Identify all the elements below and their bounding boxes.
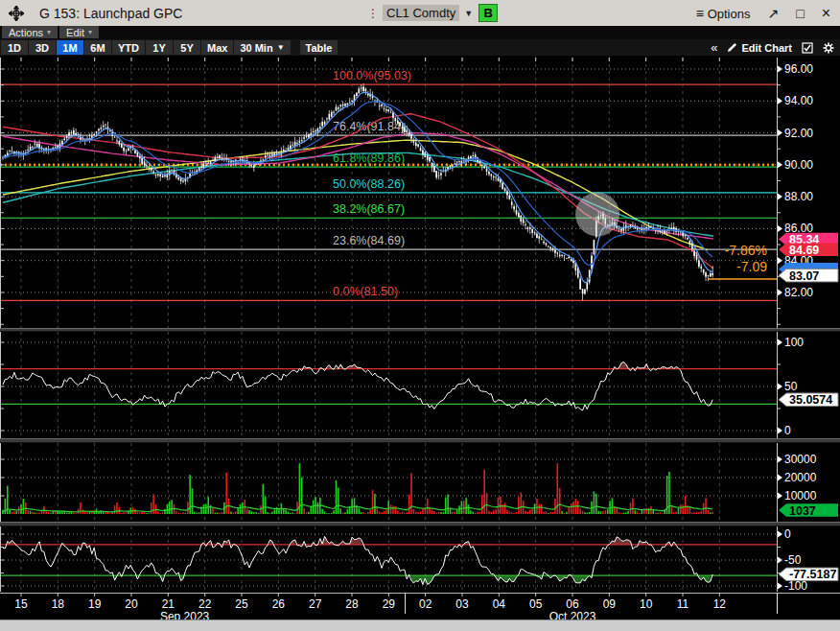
date-tick-label: 15	[14, 597, 28, 611]
date-tick-label: 09	[603, 597, 617, 611]
range-button-1d[interactable]: 1D	[1, 40, 28, 55]
date-tick-label: 05	[529, 597, 543, 611]
svg-text:76.4%(91.84): 76.4%(91.84)	[333, 120, 405, 133]
date-tick-label: 03	[455, 597, 469, 611]
date-tick-label: 22	[198, 597, 212, 611]
volume-panel	[2, 463, 713, 514]
svg-text:0.0%(81.50): 0.0%(81.50)	[333, 285, 398, 298]
price-axis-label: 96.00	[784, 62, 813, 76]
collapse-toolbar-button[interactable]: «	[711, 40, 717, 55]
price-axis-label: 88.00	[784, 190, 813, 203]
svg-text:1037: 1037	[789, 504, 816, 518]
svg-text:50.0%(88.26): 50.0%(88.26)	[333, 177, 405, 191]
hamburger-icon: ≡	[696, 6, 704, 21]
highlight-circle[interactable]	[575, 192, 619, 236]
price-axis-label: 94.00	[784, 94, 813, 107]
volume-axis-label: 10000	[784, 489, 817, 502]
date-tick-label: 11	[677, 597, 689, 611]
chevron-down-icon: ▼	[277, 43, 285, 52]
date-tick-label: 06	[566, 597, 579, 611]
date-tick-label: 02	[419, 597, 432, 611]
date-tick-label: 04	[493, 597, 506, 611]
chart-canvas[interactable]: 100.0%(95.03)76.4%(91.84)61.8%(89.86)50.…	[0, 56, 840, 619]
annotation-text[interactable]: -7.86%	[725, 243, 767, 258]
date-tick-label: 25	[235, 597, 248, 611]
annotate-icon[interactable]	[802, 42, 813, 54]
date-tick-label: 21	[162, 597, 175, 611]
interval-dropdown[interactable]: 30 Min▼	[234, 40, 290, 55]
table-button[interactable]: Table	[300, 40, 338, 55]
svg-text:23.6%(84.69): 23.6%(84.69)	[333, 234, 405, 247]
date-tick-label: 18	[52, 597, 65, 611]
pencil-icon	[727, 42, 737, 53]
range-button-1m[interactable]: 1M	[57, 40, 83, 55]
window-bottom-strip	[0, 619, 840, 631]
title-bar: G 153: Launchpad GPC ⋮ CL1 Comdty ▼ B ≡ …	[0, 0, 840, 26]
maximize-button[interactable]: □	[796, 6, 804, 21]
chart-toolbar: 1D3D1M6MYTD1Y5YMax 30 Min▼ Table « Edit …	[0, 39, 840, 56]
range-button-5y[interactable]: 5Y	[174, 40, 200, 55]
volume-axis-label: 20000	[784, 471, 817, 484]
annotation-text[interactable]: -7.09	[736, 259, 767, 274]
range-button-group: 1D3D1M6MYTD1Y5YMax	[0, 40, 233, 55]
menu-edit[interactable]: Edit▾	[59, 26, 99, 38]
svg-text:100.0%(95.03): 100.0%(95.03)	[333, 69, 411, 82]
date-tick-label: 12	[713, 597, 727, 611]
settings-gear-icon[interactable]	[823, 42, 834, 54]
range-button-3d[interactable]: 3D	[29, 40, 56, 55]
date-tick-label: 27	[309, 597, 322, 611]
launchpad-window: G 153: Launchpad GPC ⋮ CL1 Comdty ▼ B ≡ …	[0, 0, 840, 631]
rsi-axis-label: 50	[784, 380, 798, 393]
window-title: G 153: Launchpad GPC	[39, 6, 182, 21]
rsi-axis-label: 0	[784, 424, 791, 437]
svg-text:38.2%(86.67): 38.2%(86.67)	[333, 202, 405, 216]
svg-text:35.0574: 35.0574	[789, 393, 832, 407]
date-tick-label: 28	[345, 597, 359, 611]
security-field[interactable]: CL1 Comdty	[383, 5, 459, 21]
oscillator-axis-label: -50	[784, 553, 802, 567]
security-source-badge[interactable]: B	[478, 4, 498, 22]
range-button-ytd[interactable]: YTD	[112, 40, 145, 55]
move-icon[interactable]	[9, 6, 24, 21]
date-tick-label: 10	[640, 597, 653, 611]
svg-text:84.69: 84.69	[789, 244, 819, 257]
price-axis-label: 82.00	[784, 286, 813, 299]
price-axis-label: 92.00	[784, 127, 813, 140]
candlesticks	[2, 83, 713, 300]
chevron-down-icon: ▾	[88, 28, 92, 36]
range-button-max[interactable]: Max	[201, 40, 233, 55]
volume-axis-label: 30000	[784, 453, 817, 466]
chart-area: 100.0%(95.03)76.4%(91.84)61.8%(89.86)50.…	[0, 56, 840, 619]
edit-chart-button[interactable]: Edit Chart	[727, 42, 792, 54]
date-tick-label: 26	[272, 597, 286, 611]
popout-button[interactable]: ↗	[767, 6, 779, 21]
security-dropdown-icon[interactable]: ▼	[464, 9, 473, 18]
date-axis: 1518192021222526272829020304050609101112…	[0, 593, 840, 619]
svg-text:-77.5187: -77.5187	[789, 568, 836, 581]
date-tick-label: 29	[383, 597, 396, 611]
month-label: Oct 2023	[549, 610, 596, 619]
options-button[interactable]: ≡ Options	[696, 6, 751, 21]
menu-bar: Actions▾Edit▾	[0, 26, 840, 39]
date-tick-label: 20	[125, 597, 138, 611]
range-button-1y[interactable]: 1Y	[146, 40, 173, 55]
price-axis-label: 90.00	[784, 158, 813, 172]
drag-dots-icon: ⋮	[367, 7, 379, 20]
svg-text:83.07: 83.07	[789, 269, 819, 283]
oscillator-axis-label: 0	[784, 527, 791, 541]
chevron-down-icon: ▾	[47, 28, 51, 36]
rsi-axis-label: 100	[784, 336, 804, 349]
range-button-6m[interactable]: 6M	[84, 40, 111, 55]
date-tick-label: 19	[88, 597, 102, 611]
close-button[interactable]: ×	[822, 5, 830, 22]
month-label: Sep 2023	[160, 610, 210, 619]
menu-actions[interactable]: Actions▾	[2, 26, 58, 38]
